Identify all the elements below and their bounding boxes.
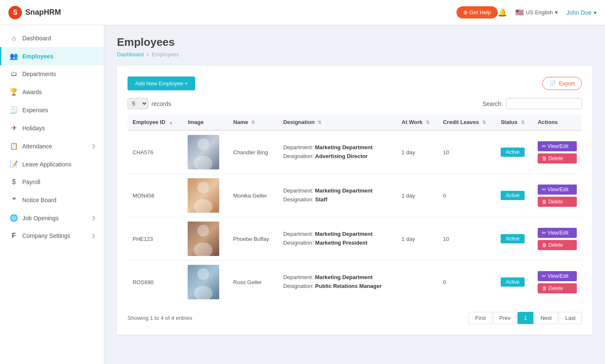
export-label: Export — [559, 80, 575, 87]
cell-image — [183, 261, 228, 304]
sidebar-item-label: Dashboard — [22, 35, 51, 42]
col-at-work[interactable]: At Work ⇅ — [397, 114, 438, 130]
sidebar-item-employees[interactable]: 👥 Employees — [0, 47, 104, 65]
user-chevron: ▾ — [594, 9, 597, 16]
breadcrumb-home[interactable]: Dashboard — [117, 51, 144, 58]
sidebar-item-label: Job Openings — [22, 215, 58, 222]
companysettings-icon: F — [10, 232, 18, 240]
view-edit-button[interactable]: ✏ View/Edit — [538, 228, 577, 238]
awards-icon: 🏆 — [10, 88, 18, 96]
pagination-info: Showing 1 to 4 of 4 entries — [127, 315, 192, 321]
search-input[interactable] — [506, 98, 582, 109]
records-per-page-select[interactable]: 5 10 25 50 — [127, 98, 148, 109]
cell-at-work: 1 day — [397, 217, 438, 261]
language-chevron: ▾ — [555, 9, 558, 16]
svg-point-3 — [194, 199, 212, 213]
sidebar-item-label: Payroll — [22, 179, 40, 185]
action-buttons: ✏ View/Edit🗑 Delete — [538, 141, 577, 164]
sidebar-item-companysettings[interactable]: F Company Settings ❯ — [0, 227, 104, 245]
delete-button[interactable]: 🗑 Delete — [538, 153, 577, 164]
export-icon: 📄 — [549, 80, 556, 87]
breadcrumb: Dashboard » Employees — [117, 51, 592, 58]
layout: ⌂ Dashboard 👥 Employees 🗂 Departments 🏆 … — [0, 25, 605, 364]
col-actions: Actions — [533, 114, 582, 130]
col-status[interactable]: Status ⇅ — [496, 114, 533, 130]
table-row: MON456 Monika GellerDepartment: Marketin… — [127, 174, 582, 217]
get-help-button[interactable]: ⊕ Get Help — [456, 6, 498, 18]
cell-at-work — [397, 261, 438, 304]
topnav: S SnapHRM ⊕ Get Help 🔔 🇺🇸 US English ▾ J… — [0, 0, 605, 25]
cell-actions: ✏ View/Edit🗑 Delete — [533, 217, 582, 261]
user-name: John Doe — [566, 9, 592, 16]
action-buttons: ✏ View/Edit🗑 Delete — [538, 185, 577, 207]
bell-icon[interactable]: 🔔 — [498, 8, 507, 17]
sidebar-item-attendance[interactable]: 📋 Attendance ❯ — [0, 137, 104, 155]
page-next-button[interactable]: Next — [534, 312, 558, 324]
col-name[interactable]: Name ⇅ — [228, 114, 278, 130]
action-buttons: ✏ View/Edit🗑 Delete — [538, 271, 577, 293]
cell-designation: Department: Marketing DepartmentDesignat… — [278, 130, 396, 174]
payroll-icon: $ — [10, 178, 18, 186]
cell-credit-leaves: 0 — [438, 261, 496, 304]
sidebar-item-label: Departments — [22, 71, 56, 77]
cell-credit-leaves: 10 — [438, 130, 496, 174]
sidebar-item-noticeboard[interactable]: ❝ Notice Board — [0, 191, 104, 209]
export-button[interactable]: 📄 Export — [542, 77, 582, 90]
col-credit-leaves[interactable]: Credit Leaves ⇅ — [438, 114, 496, 130]
cell-name: Chandler Bing — [228, 130, 278, 174]
page-title: Employees — [117, 36, 592, 49]
delete-button[interactable]: 🗑 Delete — [538, 197, 577, 207]
avatar-silhouette — [188, 222, 219, 256]
employee-avatar — [188, 222, 219, 256]
delete-button[interactable]: 🗑 Delete — [538, 240, 577, 250]
sidebar-item-label: Notice Board — [22, 197, 56, 203]
sidebar-item-holidays[interactable]: ✈ Holidays — [0, 119, 104, 137]
user-menu[interactable]: John Doe ▾ — [566, 9, 597, 16]
view-edit-button[interactable]: ✏ View/Edit — [538, 141, 577, 151]
language-label: US English — [526, 9, 553, 16]
records-select-group: 5 10 25 50 records — [127, 98, 171, 109]
sidebar-item-dashboard[interactable]: ⌂ Dashboard — [0, 29, 104, 47]
sidebar-item-awards[interactable]: 🏆 Awards — [0, 83, 104, 101]
leave-icon: 📝 — [10, 160, 18, 168]
sidebar-item-expenses[interactable]: 🧾 Expenses — [0, 101, 104, 119]
page-1-button[interactable]: 1 — [517, 312, 533, 324]
delete-button[interactable]: 🗑 Delete — [538, 283, 577, 293]
view-edit-button[interactable]: ✏ View/Edit — [538, 185, 577, 195]
attendance-chevron: ❯ — [92, 143, 96, 149]
breadcrumb-sep: » — [146, 51, 149, 58]
language-selector[interactable]: 🇺🇸 US English ▾ — [515, 8, 558, 16]
sidebar-item-payroll[interactable]: $ Payroll — [0, 173, 104, 191]
cell-actions: ✏ View/Edit🗑 Delete — [533, 261, 582, 304]
svg-point-7 — [194, 286, 212, 299]
page-prev-button[interactable]: Prev — [493, 312, 517, 324]
companysettings-chevron: ❯ — [92, 233, 96, 239]
sidebar-item-label: Attendance — [22, 143, 52, 150]
cell-designation: Department: Marketing DepartmentDesignat… — [278, 261, 396, 304]
col-emp-id[interactable]: Employee ID ▲ — [127, 114, 183, 130]
svg-point-1 — [194, 156, 212, 169]
sidebar-item-leave[interactable]: 📝 Leave Applications — [0, 155, 104, 173]
view-edit-button[interactable]: ✏ View/Edit — [538, 271, 577, 281]
employees-table: Employee ID ▲ Image Name ⇅ Designation ⇅… — [127, 114, 582, 303]
sidebar-item-label: Expenses — [22, 107, 48, 113]
departments-icon: 🗂 — [10, 70, 18, 78]
cell-at-work: 1 day — [397, 174, 438, 217]
page-last-button[interactable]: Last — [559, 312, 582, 324]
add-employee-button[interactable]: Add New Employee + — [127, 76, 195, 90]
page-first-button[interactable]: First — [469, 312, 492, 324]
sidebar-item-jobopenings[interactable]: 🌐 Job Openings ❯ — [0, 209, 104, 227]
logo: S SnapHRM — [8, 6, 456, 19]
cell-emp-id: ROS890 — [127, 261, 183, 304]
toolbar: Add New Employee + 📄 Export — [127, 76, 582, 90]
svg-point-6 — [197, 268, 209, 280]
table-row: ROS890 Ross GellerDepartment: Marketing … — [127, 261, 582, 304]
holidays-icon: ✈ — [10, 124, 18, 132]
sidebar-item-departments[interactable]: 🗂 Departments — [0, 65, 104, 83]
breadcrumb-current: Employees — [152, 51, 179, 58]
table-controls: 5 10 25 50 records Search: — [127, 98, 582, 109]
records-label: records — [151, 100, 171, 107]
col-designation[interactable]: Designation ⇅ — [278, 114, 396, 130]
sidebar-item-label: Employees — [22, 53, 53, 60]
logo-icon: S — [8, 6, 22, 19]
